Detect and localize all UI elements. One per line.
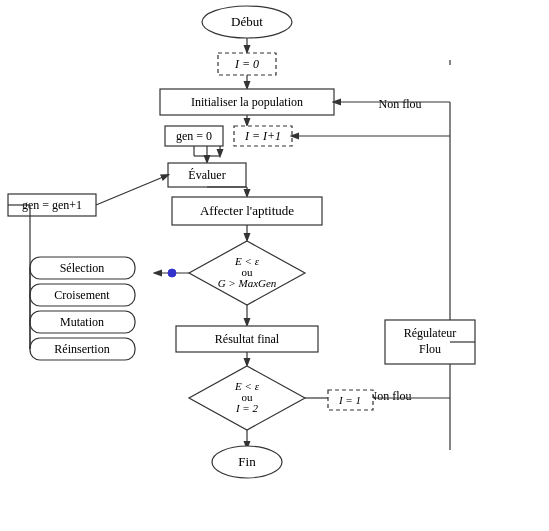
regulateur-line2: Flou bbox=[419, 342, 441, 356]
flowchart-diagram: Début I = 0 Initialiser la population ge… bbox=[0, 0, 549, 531]
svg-point-19 bbox=[168, 269, 176, 277]
inc-i-label: I = I+1 bbox=[244, 129, 281, 143]
svg-line-28 bbox=[96, 175, 168, 205]
gen-inc-label: gen = gen+1 bbox=[22, 198, 82, 212]
reinsertion-label: Réinsertion bbox=[54, 342, 109, 356]
gen0-label: gen = 0 bbox=[176, 129, 212, 143]
affecter-label: Affecter l'aptitude bbox=[200, 203, 294, 218]
i1-label: I = 1 bbox=[338, 394, 361, 406]
i0-label: I = 0 bbox=[234, 57, 259, 71]
selection-label: Sélection bbox=[60, 261, 105, 275]
resultat-label: Résultat final bbox=[215, 332, 280, 346]
croisement-label: Croisement bbox=[54, 288, 110, 302]
non-flou1-label: Non flou bbox=[379, 97, 422, 111]
regulateur-line1: Régulateur bbox=[404, 326, 457, 340]
fin-label: Fin bbox=[238, 454, 256, 469]
mutation-label: Mutation bbox=[60, 315, 104, 329]
non-flou2-label: Non flou bbox=[369, 389, 412, 403]
init-pop-label: Initialiser la population bbox=[191, 95, 303, 109]
cond2-line3: I = 2 bbox=[235, 402, 259, 414]
cond1-line3: G > MaxGen bbox=[218, 277, 277, 289]
debut-label: Début bbox=[231, 14, 263, 29]
evaluer-label: Évaluer bbox=[188, 168, 225, 182]
